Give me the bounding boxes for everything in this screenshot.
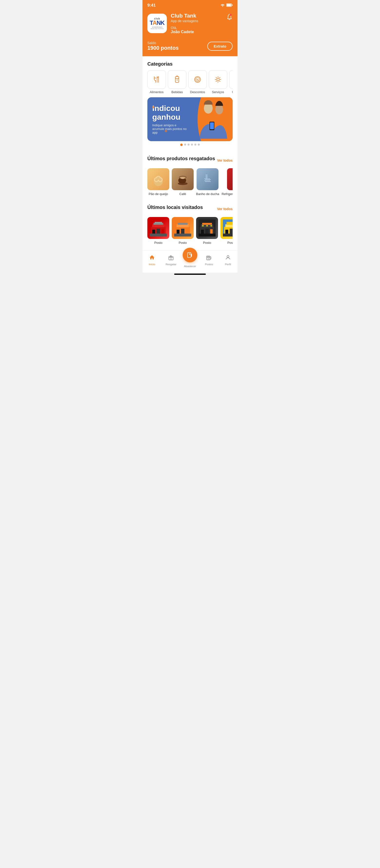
extrato-button[interactable]: Extrato	[207, 42, 233, 51]
banner-card[interactable]: + Indicouganhou Indique amigos e acumule…	[147, 97, 233, 141]
banner-content: + Indicouganhou Indique amigos e acumule…	[147, 99, 194, 139]
servicos-label: Serviços	[212, 90, 224, 94]
svg-rect-54	[202, 223, 212, 225]
svg-point-9	[217, 78, 219, 81]
balance-bar: Saldo 1900 pontos Extrato	[142, 39, 238, 56]
location-1[interactable]: Posto	[147, 217, 169, 245]
location-2[interactable]: Posto	[172, 217, 194, 245]
wifi-icon	[220, 3, 225, 7]
bottom-nav: Início Resgatar Abastecer	[142, 250, 238, 273]
banner-people	[194, 97, 233, 141]
utilitarios-label: Utilitários	[232, 90, 233, 94]
logo-tank: TANK	[150, 20, 165, 26]
banner-subtitle: Indique amigos e acumule mais pontos no …	[152, 123, 189, 134]
svg-rect-66	[225, 230, 228, 234]
dot-5	[195, 144, 196, 146]
status-icons	[220, 3, 233, 7]
logo-soberano: SOBERANO	[152, 26, 163, 28]
banner-section: + Indicouganhou Indique amigos e acumule…	[142, 97, 238, 151]
app-title: Club Tank	[171, 13, 198, 19]
nav-inicio[interactable]: Início	[145, 254, 159, 266]
product-banho-label: Banho de ducha	[196, 192, 219, 196]
greeting: Olá,	[171, 26, 198, 30]
svg-point-59	[202, 225, 204, 226]
header-left: club TANK SOBERANO REDE DE POSTOS Club T…	[147, 13, 198, 34]
home-icon	[149, 254, 155, 262]
dot-3	[187, 144, 189, 146]
balance-amount: 1900 pontos	[147, 45, 178, 51]
locations-row: Posto Posto	[147, 217, 233, 246]
category-servicos[interactable]: Serviços	[209, 70, 227, 94]
svg-point-11	[215, 104, 223, 114]
svg-point-3	[230, 14, 232, 16]
category-alimentos[interactable]: Alimentos	[147, 70, 166, 94]
product-cafe-image	[172, 168, 194, 190]
svg-rect-46	[178, 223, 187, 225]
app-subtitle: App de vantagens	[171, 19, 198, 23]
svg-rect-57	[210, 229, 213, 234]
product-refri-label: Refrigerante Coca-cola	[222, 192, 233, 196]
nav-abastecer[interactable]: Abastecer	[183, 253, 197, 268]
nav-abastecer-label: Abastecer	[184, 265, 196, 268]
svg-rect-55	[201, 230, 204, 234]
svg-text:%: %	[196, 78, 199, 81]
header-info: Club Tank App de vantagens Olá, João Cad…	[171, 13, 198, 34]
last-products-header: Últimos produtos resgatados Ver todos	[147, 156, 233, 165]
svg-rect-26	[206, 174, 208, 179]
status-time: 9:41	[147, 3, 156, 8]
location-3-image	[196, 217, 218, 239]
nav-resgatar-label: Resgatar	[166, 263, 177, 266]
svg-rect-67	[230, 229, 233, 234]
location-1-label: Posto	[154, 241, 162, 245]
svg-rect-82	[188, 254, 189, 255]
product-cafe-label: Café	[179, 192, 186, 196]
last-locations-ver-todos[interactable]: Ver todos	[217, 207, 233, 211]
nav-perfil-label: Perfil	[225, 263, 231, 266]
dot-1	[180, 144, 183, 146]
balance-label: Saldo	[147, 41, 178, 45]
bell-icon[interactable]	[226, 14, 233, 22]
svg-point-61	[210, 225, 212, 226]
status-bar: 9:41	[142, 0, 238, 10]
product-pao[interactable]: Pão de queijo	[147, 168, 169, 196]
dot-2	[184, 144, 186, 146]
svg-rect-47	[177, 230, 179, 234]
categories-row: Alimentos Bebidas	[147, 70, 233, 95]
product-cafe[interactable]: Café	[172, 168, 194, 196]
product-banho[interactable]: Banho de ducha	[196, 168, 219, 196]
descontos-label: Descontos	[190, 90, 205, 94]
product-refri[interactable]: Coca Cola Refrigerante Coca-cola	[222, 168, 233, 196]
category-descontos[interactable]: % Descontos	[188, 70, 207, 94]
servicos-icon-box	[209, 70, 227, 89]
location-4[interactable]: Posto	[220, 217, 233, 245]
last-locations-title: Últimos locais visitados	[147, 205, 203, 210]
banner-title: Indicouganhou	[152, 104, 189, 121]
location-3-label: Posto	[203, 241, 211, 245]
product-pao-label: Pão de queijo	[148, 192, 168, 196]
location-2-image	[172, 217, 194, 239]
product-refri-image: Coca Cola	[227, 168, 233, 190]
location-4-image	[220, 217, 233, 239]
svg-rect-39	[155, 222, 162, 223]
last-products-ver-todos[interactable]: Ver todos	[217, 158, 233, 162]
svg-rect-50	[174, 234, 191, 237]
nav-postos[interactable]: Postos	[202, 254, 216, 266]
nav-perfil[interactable]: Perfil	[221, 254, 235, 266]
category-bebidas[interactable]: Bebidas	[168, 70, 186, 94]
categories-section: Categorias Alimentos	[142, 56, 238, 97]
last-products-section: Últimos produtos resgatados Ver todos	[142, 151, 238, 200]
nav-postos-label: Postos	[205, 263, 213, 266]
svg-rect-27	[206, 173, 207, 174]
svg-rect-41	[157, 229, 160, 234]
descontos-icon-box: %	[188, 70, 207, 89]
svg-rect-65	[227, 222, 233, 225]
category-utilitarios[interactable]: Utilitários	[229, 70, 233, 94]
categories-title: Categorias	[147, 61, 233, 67]
nav-resgatar[interactable]: Resgatar	[164, 254, 178, 266]
svg-rect-48	[181, 229, 184, 234]
svg-rect-69	[223, 234, 233, 237]
abastecer-center-btn[interactable]	[183, 248, 197, 262]
location-3[interactable]: Posto	[196, 217, 218, 245]
battery-icon	[226, 3, 233, 7]
svg-rect-49	[186, 229, 188, 234]
